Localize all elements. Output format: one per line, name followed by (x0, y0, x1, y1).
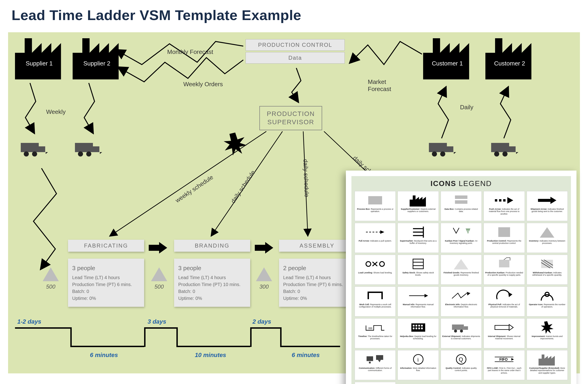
legend-icon: i (399, 352, 437, 367)
legend-caption: Safety Stock: Shows safety stock levels. (399, 272, 437, 276)
legend-caption: External Shipment: Indicates shipments t… (442, 335, 480, 340)
legend-icon (399, 288, 437, 303)
supplier-1-label: Supplier 1 (15, 60, 63, 67)
supplier-2: Supplier 2 (73, 36, 121, 80)
svg-marker-42 (380, 230, 384, 234)
svg-point-7 (24, 151, 29, 157)
legend-caption: Work Cell: Represents a work cell config… (356, 303, 394, 308)
legend-icon: FIFO (485, 352, 523, 367)
svg-marker-84 (509, 324, 513, 330)
legend-item: Safety Stock: Shows safety stock levels. (398, 255, 439, 285)
supplier-1: Supplier 1 (15, 36, 63, 80)
svg-rect-26 (149, 245, 159, 251)
svg-marker-97 (511, 358, 514, 361)
svg-rect-75 (413, 327, 415, 329)
legend-item: Supplier/Customer: Depicts external supp… (398, 191, 439, 221)
legend-icon (485, 224, 523, 240)
legend-icon (356, 288, 394, 303)
push-arrow-icon (255, 241, 273, 256)
legend-caption: Push Arrow: Indicates the act of materia… (485, 208, 523, 215)
legend-item: Finished Goods: Represents finished good… (441, 255, 482, 285)
inventory-qty: 300 (256, 283, 272, 290)
legend-item: Process Box: Represents a process or ope… (355, 191, 396, 221)
svg-rect-78 (421, 327, 423, 329)
legend-caption: Timeline: The timeline/time taken for pr… (356, 335, 394, 340)
production-control: PRODUCTION CONTROL Data (246, 39, 345, 64)
svg-text:FIFO: FIFO (500, 358, 508, 362)
svg-rect-80 (464, 326, 468, 330)
svg-point-13 (86, 151, 91, 157)
process-line: Production Time (PT) 6 mins. (72, 281, 140, 288)
process-line: Lead Time (LT) 4 hours (283, 274, 351, 281)
legend-icon (485, 320, 523, 335)
inventory-triangle: 300 (256, 267, 272, 290)
legend-caption: Data Box: Contains process-related data. (442, 208, 480, 213)
legend-item: Push Arrow: Indicates the act of materia… (483, 191, 525, 221)
customer-1: Customer 1 (423, 36, 472, 80)
page-title: Lead Time Ladder VSM Template Example (12, 7, 301, 23)
legend-title: ICONS LEGEND (355, 179, 568, 188)
production-supervisor: PRODUCTION SUPERVISOR (259, 106, 322, 130)
svg-rect-72 (416, 325, 417, 327)
svg-rect-20 (491, 143, 509, 152)
svg-text:000: 000 (368, 327, 372, 329)
svg-marker-89 (378, 360, 381, 362)
legend-icon (442, 256, 480, 272)
legend-item: Transportation: Specific for different t… (355, 382, 396, 384)
process-title: FABRICATING (68, 240, 144, 252)
label-monthly-forecast: Monthly Forecast (167, 48, 213, 56)
label-weekly-schedule: weekly schedule (174, 174, 214, 204)
lt-top-1: 1-2 days (17, 318, 41, 325)
legend-item: Pull Arrow: Indicates a pull system. (355, 223, 396, 253)
legend-icon (528, 193, 566, 208)
legend-icon (399, 256, 437, 272)
legend-item: Internal Shipment: Shows internal materi… (483, 318, 525, 348)
svg-marker-9 (46, 152, 48, 154)
legend-caption: Supplier/Customer: Depicts external supp… (399, 208, 437, 213)
legend-item: Work Cell: Represents a work cell config… (355, 286, 396, 317)
legend-item: SKanban Post / Signal Kanban: An invento… (441, 223, 482, 253)
truck-icon (429, 141, 457, 158)
legend-caption: Finished Goods: Represents finished good… (442, 272, 480, 276)
legend-icon (528, 352, 566, 367)
legend-icon (528, 256, 566, 272)
svg-marker-38 (507, 197, 514, 203)
legend-caption: Quality Control: Indicates quality contr… (442, 367, 480, 372)
process-line: Uptime: 0% (283, 295, 351, 302)
svg-marker-24 (516, 152, 518, 154)
legend-item: Withdrawal Kanban: Indicates withdrawal … (527, 255, 568, 285)
svg-marker-30 (265, 242, 273, 254)
legend-caption: Supermarket: Stockpoint that acts as a b… (399, 240, 437, 244)
legend-caption: Withdrawal Kanban: Indicates withdrawal … (528, 272, 566, 276)
legend-caption: Physical Pull: Indicates the act of phys… (485, 303, 523, 308)
svg-point-82 (460, 330, 463, 333)
svg-marker-65 (424, 294, 428, 297)
svg-rect-34 (455, 200, 467, 204)
legend-item: Communication: Different forms of commun… (355, 350, 396, 380)
svg-rect-77 (418, 327, 420, 329)
legend-icon (528, 288, 566, 303)
legend-item: Load Leveling: Shows load leveling. (355, 255, 396, 285)
legend-icon (356, 352, 394, 367)
legend-item: External Shipment: Indicates shipments t… (441, 318, 482, 348)
legend-caption: Pull Arrow: Indicates a pull system. (358, 240, 392, 242)
legend-caption: Heijunka Box: Depicts load leveling for … (399, 335, 437, 340)
legend-item: Inventory: Indicates inventory between p… (527, 223, 568, 253)
lt-top-3: 2 days (252, 318, 271, 325)
legend-icon (485, 193, 523, 208)
svg-rect-29 (255, 245, 265, 251)
process-line: Lead Time (LT) 4 hours (72, 274, 140, 281)
legend-icon: 000 (356, 320, 394, 335)
process-line: Batch: 0 (178, 288, 246, 295)
lt-top-2: 3 days (147, 318, 166, 325)
legend-caption: Customer/Supplier (Extended): More detai… (528, 367, 566, 374)
legend-item: Heijunka Box: Depicts load leveling for … (398, 318, 439, 348)
inventory-triangle: 500 (43, 267, 59, 290)
legend-item: Customer/Supplier (Extended): More detai… (527, 350, 568, 380)
process-people: 3 people (72, 264, 140, 273)
svg-rect-10 (75, 143, 93, 152)
svg-point-54 (379, 262, 384, 266)
pt-bottom-2: 10 minutes (195, 351, 226, 359)
svg-marker-40 (550, 197, 556, 204)
svg-text:Q: Q (459, 356, 463, 363)
